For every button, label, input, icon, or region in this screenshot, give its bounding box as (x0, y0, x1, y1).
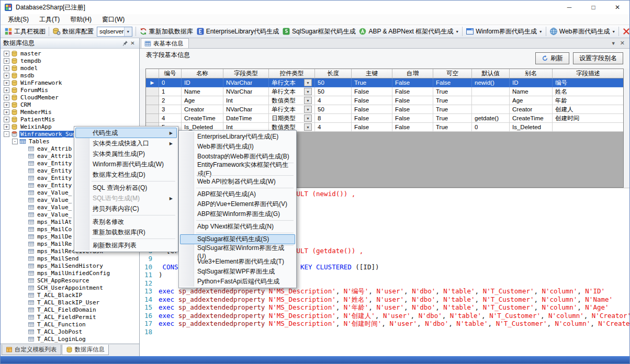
database-type-combobox[interactable]: sqlserver▼ (97, 27, 132, 37)
cell-len[interactable]: 8 (315, 114, 352, 123)
cell-control[interactable]: 数值类型▼ (269, 96, 315, 105)
close-button[interactable]: ✕ (605, 1, 629, 14)
chevron-down-icon[interactable]: ▼ (455, 30, 459, 33)
cell-autoinc[interactable]: False (392, 105, 433, 114)
cell-len[interactable]: 50 (315, 87, 352, 96)
cell-control[interactable]: 单行文本▼ (269, 105, 315, 114)
grid-header-control[interactable]: 控件类型 (269, 69, 315, 78)
collapse-icon[interactable]: - (4, 131, 9, 137)
cell-type[interactable]: DateTime (223, 114, 269, 123)
row-selector[interactable]: ▶ (146, 78, 159, 87)
menubar-item[interactable]: 帮助(H) (65, 14, 97, 25)
cell-name[interactable]: Age (182, 96, 223, 105)
cell-num[interactable]: 2 (159, 96, 182, 105)
expand-icon[interactable]: + (4, 87, 9, 93)
cell-pk[interactable]: False (352, 87, 392, 96)
grid-header-num[interactable]: 编号 (159, 69, 182, 78)
grid-header-len[interactable]: 长度 (315, 69, 352, 78)
table-row[interactable]: 4CreateTimeDateTime日期类型▼8FalseFalseTrueg… (146, 114, 623, 123)
menu-item[interactable]: Vue3+Element界面代码生成(T) (180, 257, 295, 267)
cell-autoinc[interactable]: False (392, 123, 433, 132)
dropdown-icon[interactable]: ▼ (304, 106, 312, 113)
cell-nullable[interactable]: True (433, 105, 472, 114)
table-row[interactable]: 1NameNVarChar单行文本▼50FalseFalseTrueName姓名 (146, 87, 623, 96)
menu-item[interactable]: 重新加载数据库(R) (75, 227, 177, 237)
chevron-down-icon[interactable]: ▼ (612, 30, 615, 33)
cell-alias[interactable]: CreateTime (510, 114, 553, 123)
cell-name[interactable]: CreateTime (182, 114, 223, 123)
pin-icon[interactable] (122, 40, 129, 47)
table-row[interactable]: 3CreatorNVarChar单行文本▼50FalseFalseTrueCre… (146, 105, 623, 114)
cell-nullable[interactable]: True (433, 87, 472, 96)
menu-item[interactable]: ABP框架代码生成(A) (180, 189, 295, 199)
cell-control[interactable]: 日期类型▼ (269, 114, 315, 123)
tree-item[interactable]: mps_MailSend (1, 255, 139, 262)
cell-num[interactable]: 4 (159, 114, 182, 123)
tree-item[interactable]: T_ACL_FieldPermit (1, 313, 139, 321)
menu-item[interactable]: 表别名修改 (75, 217, 177, 227)
tab-table-basic-info[interactable]: 表基本信息 (141, 38, 189, 48)
cell-pk[interactable]: False (352, 105, 392, 114)
menu-item[interactable]: SqlSugar框架Winform界面生成(U) (180, 247, 295, 257)
toolbar-button-web-codegen[interactable]: Web界面代码生成▼ (548, 26, 617, 37)
cell-autoinc[interactable]: False (392, 96, 433, 105)
tree-item[interactable]: SCH_AppResource (1, 277, 139, 284)
tree-item[interactable]: +master (1, 50, 139, 57)
cell-nullable[interactable]: False (433, 78, 472, 87)
refresh-button[interactable]: 刷新 (535, 52, 569, 64)
menu-item[interactable]: Python+FastApi后端代码生成 (180, 277, 295, 287)
grid-header-type[interactable]: 字段类型 (223, 69, 269, 78)
menu-item[interactable]: SQL语句生成(M)▶ (75, 193, 177, 203)
cell-alias[interactable]: Name (510, 87, 553, 96)
cell-name[interactable]: Creator (182, 105, 223, 114)
tree-item[interactable]: +CRM (1, 101, 139, 108)
cell-alias[interactable]: ID (510, 78, 553, 87)
cell-pk[interactable]: False (352, 114, 392, 123)
expand-icon[interactable]: + (4, 51, 9, 56)
bottom-tab[interactable]: 自定义模板列表 (2, 345, 61, 355)
cell-desc[interactable]: 年龄 (553, 96, 624, 105)
tree-item[interactable]: SCH_UserAppointment (1, 284, 139, 291)
tree-item[interactable]: T_ACL_BlackIP (1, 291, 139, 299)
tree-item[interactable]: T_ACL_BlackIP_User (1, 299, 139, 306)
cell-autoinc[interactable]: False (392, 114, 433, 123)
menu-item[interactable]: ABP的Vue+Element界面代码(V) (180, 199, 295, 209)
expand-icon[interactable]: + (4, 80, 9, 86)
expand-icon[interactable]: + (4, 95, 9, 100)
toolbar-button-sqlsugar-codegen[interactable]: SqlSugar框架代码生成 (280, 26, 357, 37)
dropdown-icon[interactable]: ▼ (304, 88, 312, 95)
expand-icon[interactable]: + (4, 65, 9, 71)
panel-close-icon[interactable]: ✕ (129, 39, 137, 47)
row-selector[interactable] (146, 105, 159, 114)
collapse-icon[interactable]: - (12, 139, 18, 144)
tab-list-dropdown-icon[interactable]: ▼ (611, 41, 616, 46)
cell-nullable[interactable]: True (433, 114, 472, 123)
grid-header-name[interactable]: 名称 (182, 69, 223, 78)
tree-item[interactable]: +ForumMis (1, 86, 139, 94)
row-selector[interactable] (146, 96, 159, 105)
expand-icon[interactable]: + (4, 109, 9, 115)
dropdown-icon[interactable]: ▼ (304, 97, 312, 104)
menu-item[interactable]: ABP框架Winform界面生成(G) (180, 209, 295, 219)
grid-header-nullable[interactable]: 可空 (433, 69, 472, 78)
expand-icon[interactable]: + (4, 73, 9, 78)
cell-num[interactable]: 1 (159, 87, 182, 96)
expand-icon[interactable]: + (4, 124, 9, 130)
menu-item[interactable]: Web API控制器代码生成(W) (180, 177, 295, 187)
cell-nullable[interactable]: True (433, 96, 472, 105)
cell-type[interactable]: NVarChar (223, 78, 269, 87)
toolbar-button-toolbar-view[interactable]: 工具栏视图 (3, 26, 47, 37)
menu-item[interactable]: Winform界面代码生成(W) (75, 159, 177, 169)
toolbar-button-db-config[interactable]: 数据库配置 (51, 26, 95, 37)
grid-header-alias[interactable]: 别名 (510, 69, 553, 78)
cell-default[interactable]: getdate() (472, 114, 510, 123)
cell-default[interactable] (472, 87, 510, 96)
grid-header-desc[interactable]: 字段描述 (553, 69, 624, 78)
toolbar-button-enterpriselibrary-codegen[interactable]: EnterpriseLibrary代码生成 (195, 26, 280, 37)
tree-item[interactable]: T_ACL_FieldDomain (1, 306, 139, 313)
table-row[interactable]: 2AgeInt数值类型▼4FalseFalseTrueAge年龄 (146, 96, 623, 105)
tree-item[interactable]: +MemberMis (1, 108, 139, 116)
expand-icon[interactable]: + (4, 117, 9, 122)
cell-alias[interactable]: Is_Deleted (510, 123, 553, 132)
dropdown-icon[interactable]: ▼ (304, 115, 312, 122)
